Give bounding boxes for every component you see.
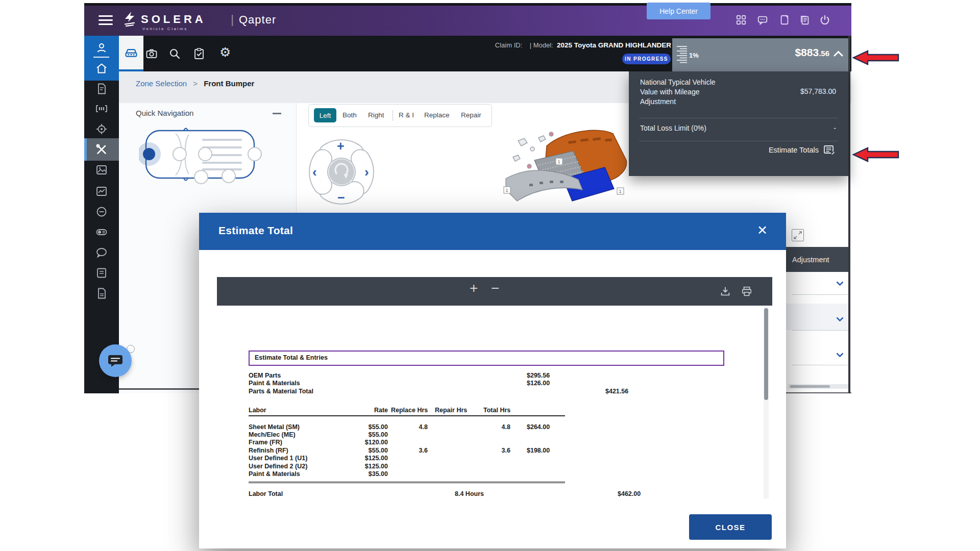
collapse-minus-icon[interactable] [273,113,281,114]
zone-marker[interactable] [194,170,208,184]
search-icon[interactable] [168,47,181,60]
documents-icon[interactable] [799,14,811,26]
user-section-tab[interactable] [84,36,119,81]
speech-bubble-icon[interactable] [95,246,108,259]
checklist-icon[interactable] [193,47,205,60]
estimate-total-modal: Estimate Total ✕ + − Estimate Total & En… [199,213,786,548]
target-icon[interactable] [95,123,108,135]
chat-fab-button[interactable] [99,344,132,377]
labor-table-header: Labor Rate Replace Hrs Repair Hrs Total … [249,407,754,414]
chevron-up-icon[interactable] [834,51,843,57]
pdf-toolbar: + − [217,277,772,306]
close-button[interactable]: CLOSE [689,514,772,540]
tab-divider [393,110,393,121]
breadcrumb-current: Front Bumper [204,79,254,88]
svg-text:1: 1 [558,159,560,164]
dropdown-divider [639,141,838,141]
document-section-box: Estimate Total & Entries [249,350,724,366]
annotation-arrow-estimate-totals [852,147,899,162]
hamburger-menu-icon[interactable] [99,15,113,27]
chevron-down-icon[interactable] [836,353,844,357]
list-bottom-edge [119,388,199,390]
tab-left-active[interactable]: Left [314,108,336,122]
zone-marker-rear[interactable] [248,147,261,161]
zoom-out-button[interactable]: − [337,190,345,205]
tablet-icon[interactable] [779,14,790,26]
value-label-line1: National Typical Vehicle [640,78,716,86]
horizontal-scrollbar[interactable] [788,384,848,389]
tab-right[interactable]: Right [368,111,384,119]
home-icon[interactable] [95,62,108,74]
minus-circle-icon[interactable] [95,206,108,218]
image-icon[interactable] [95,164,108,176]
chat-icon[interactable] [757,14,768,26]
sidebar-active-indicator [84,138,87,161]
person-icon [95,42,108,54]
zoom-in-button[interactable]: + [337,139,345,154]
estimate-totals-link[interactable]: Estimate Totals [714,146,819,154]
svg-text:1: 1 [619,189,622,194]
tab-both[interactable]: Both [342,111,357,119]
modal-title: Estimate Total [218,224,293,237]
window-scrollbar-edge[interactable] [848,36,850,393]
labor-row: Mech/Elec (ME)$55.00 [249,431,754,439]
chevron-down-icon[interactable] [836,281,844,286]
report-chart-icon[interactable] [95,185,108,197]
table-rule [249,415,565,416]
product-name: Qapter [239,13,276,27]
pdf-file-icon[interactable] [95,287,108,299]
download-icon[interactable] [720,286,731,297]
dropdown-divider [639,118,838,118]
view-tab-bar: Left Both Right R & I Replace Repair [308,104,492,127]
field-underline [792,294,848,295]
breadcrumb-zone-selection[interactable]: Zone Selection [136,79,187,88]
power-icon[interactable] [819,14,830,26]
vehicle-tab-active[interactable] [119,36,143,71]
tab-r-and-i[interactable]: R & I [399,111,414,119]
print-icon[interactable] [741,286,752,297]
rotate-right-button[interactable]: › [364,164,369,180]
header-divider: | [231,12,234,27]
total-loss-label: Total Loss Limit (0%) [640,124,706,132]
estimate-total-bar[interactable]: 1% $883.56 [672,38,848,71]
field-underline [792,330,848,331]
scrollbar-thumb[interactable] [790,385,830,388]
barcode-icon[interactable] [95,103,108,115]
tab-replace[interactable]: Replace [424,111,450,119]
car-top-view-diagram[interactable] [139,123,264,186]
field-underline [792,365,848,365]
expand-icon[interactable] [792,229,804,241]
tab-repair[interactable]: Repair [461,111,481,119]
labor-row: Paint & Materials$35.00 [249,470,754,478]
help-center-button[interactable]: Help Center [647,3,710,19]
value-label-line2: Value with Mileage [640,88,699,96]
modal-scrollbar-thumb[interactable] [764,308,768,400]
summary-row: Paint & Materials $126.00 [249,380,754,387]
svg-text:1: 1 [506,188,508,193]
breadcrumb-separator: > [193,79,198,88]
zone-marker-front-left-selected[interactable] [143,148,155,160]
table-double-rule [249,482,565,483]
apps-grid-icon[interactable] [736,14,747,26]
close-icon[interactable]: ✕ [757,223,768,238]
labor-row: User Defined 2 (U2)$125.00 [249,463,754,470]
tools-icon[interactable] [95,143,108,156]
estimate-form-icon[interactable] [824,145,835,155]
bumper-exploded-diagram[interactable]: 111 [503,127,629,218]
zone-marker[interactable] [173,147,186,161]
modal-scrollbar[interactable] [764,307,769,498]
status-badge: IN PROGRESS [622,54,671,64]
adjustment-column-header: Adjustment [786,247,848,272]
pdf-zoom-in-button[interactable]: + [470,280,478,296]
toggle-icon[interactable] [95,226,108,238]
solera-logo-icon [123,12,136,27]
note-icon[interactable] [95,267,108,279]
pdf-zoom-out-button[interactable]: − [491,280,499,296]
rotate-left-button[interactable]: ‹ [312,164,317,180]
settings-gear-icon[interactable]: ⚙ [219,45,232,57]
zone-marker[interactable] [199,147,212,161]
chevron-down-icon[interactable] [836,317,844,321]
zone-marker[interactable] [222,169,235,183]
camera-icon[interactable] [145,47,158,60]
document-icon[interactable] [95,83,108,95]
